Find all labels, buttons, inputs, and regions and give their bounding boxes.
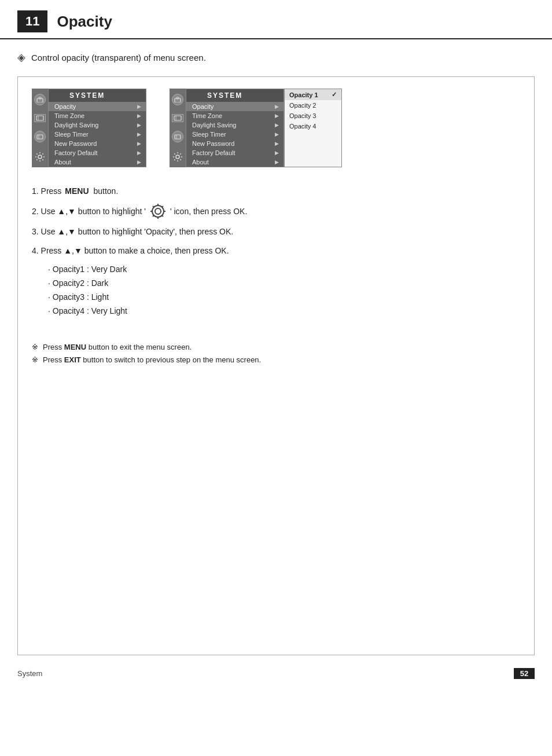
footer-notes: ※ Press MENU button to exit the menu scr… — [32, 335, 520, 366]
footer-note-1-text: Press MENU button to exit the menu scree… — [43, 341, 192, 354]
footer-note-1: ※ Press MENU button to exit the menu scr… — [32, 341, 520, 354]
intro-line: ◈ Control opacity (transparent) of menu … — [0, 51, 552, 64]
left-menu-item-factory: Factory Default▶ — [49, 148, 146, 157]
submenu-opacity2: Opacity 2 — [285, 100, 341, 111]
page-number: 52 — [514, 668, 535, 679]
instruction-1-bold: MENU — [65, 185, 89, 197]
svg-line-22 — [153, 215, 154, 216]
left-menu-header: SYSTEM — [49, 89, 146, 102]
page-footer: System 52 — [0, 662, 552, 684]
opacity1-subitem: · Opacity1 : Very Dark — [48, 263, 520, 277]
svg-rect-2 — [36, 116, 43, 120]
opacity4-subitem: · Opacity4 : Very Light — [48, 304, 520, 318]
svg-point-6 — [38, 155, 42, 159]
instruction-3: 3. Use ▲,▼ button to highlight 'Opacity'… — [32, 225, 520, 238]
right-side-icon-1 — [172, 94, 183, 105]
right-menu-item-password: New Password▶ — [186, 139, 284, 148]
right-menu-item-factory: Factory Default▶ — [186, 148, 284, 157]
instruction-1: 1. Press MENU button. — [32, 185, 520, 197]
left-menu-item-timezone: Time Zone▶ — [49, 111, 146, 120]
opacity2-subitem: · Opacity2 : Dark — [48, 277, 520, 291]
opacity-submenu: Opacity 1 ✓ Opacity 2 Opacity 3 Opacity … — [284, 89, 342, 167]
left-menu-item-about: About▶ — [49, 157, 146, 167]
right-menu-item-timezone: Time Zone▶ — [186, 111, 284, 120]
right-side-icon-3 — [172, 131, 183, 142]
content-box: SYSTEM Opacity▶ Time Zone▶ Daylight Savi… — [17, 76, 535, 655]
left-menu-item-opacity: Opacity▶ — [49, 102, 146, 111]
svg-line-20 — [153, 206, 154, 207]
svg-point-13 — [176, 155, 179, 159]
opacity3-subitem: · Opacity3 : Light — [48, 291, 520, 304]
right-side-icon-gear — [172, 151, 183, 163]
screenshots-row: SYSTEM Opacity▶ Time Zone▶ Daylight Savi… — [32, 89, 520, 167]
right-menu-screenshot: SYSTEM Opacity▶ Time Zone▶ Daylight Savi… — [170, 89, 342, 167]
left-menu-item-password: New Password▶ — [49, 139, 146, 148]
right-menu-item-about: About▶ — [186, 157, 284, 167]
left-menu-screenshot: SYSTEM Opacity▶ Time Zone▶ Daylight Savi… — [32, 89, 146, 167]
note-symbol-2: ※ — [32, 354, 38, 366]
submenu-opacity1: Opacity 1 ✓ — [285, 89, 341, 100]
left-system-menu: SYSTEM Opacity▶ Time Zone▶ Daylight Savi… — [48, 89, 146, 167]
right-system-menu: SYSTEM Opacity▶ Time Zone▶ Daylight Savi… — [186, 89, 284, 167]
side-icon-1 — [34, 94, 46, 105]
note-symbol-1: ※ — [32, 341, 38, 354]
svg-rect-4 — [37, 135, 43, 139]
side-icon-3 — [34, 131, 46, 142]
right-side-icons — [170, 89, 186, 167]
instruction-4-header: 4. Press ▲,▼ button to make a choice, th… — [32, 244, 520, 257]
left-menu-title: SYSTEM — [69, 91, 105, 100]
svg-rect-11 — [175, 135, 181, 139]
right-menu-item-sleep: Sleep Timer▶ — [186, 130, 284, 139]
submenu-opacity4: Opacity 4 — [285, 121, 341, 131]
svg-line-23 — [162, 206, 163, 207]
side-icon-gear — [34, 151, 46, 163]
instruction-3-text: 3. Use ▲,▼ button to highlight 'Opacity'… — [32, 225, 233, 238]
left-menu-item-sleep: Sleep Timer▶ — [49, 130, 146, 139]
left-menu-item-daylight: Daylight Saving▶ — [49, 120, 146, 130]
svg-line-21 — [162, 215, 163, 216]
submenu-opacity3: Opacity 3 — [285, 111, 341, 121]
right-menu-item-opacity: Opacity▶ — [186, 102, 284, 111]
chapter-title: Opacity — [57, 13, 112, 31]
instruction-2-text: 2. Use ▲,▼ button to highlight ' — [32, 205, 146, 218]
right-menu-title: SYSTEM — [207, 91, 242, 100]
left-side-icons — [32, 89, 48, 167]
instruction-1-suffix: button. — [91, 185, 119, 197]
page-header: 11 Opacity — [0, 0, 552, 39]
intro-text: Control opacity (transparent) of menu sc… — [31, 53, 206, 63]
right-menu-header: SYSTEM — [186, 89, 284, 102]
instruction-2: 2. Use ▲,▼ button to highlight ' ' icon,… — [32, 203, 520, 219]
svg-point-14 — [155, 208, 161, 214]
instruction-2-suffix: ' icon, then press OK. — [170, 205, 247, 218]
footer-note-2-text: Press EXIT button to switch to previous … — [43, 354, 261, 366]
gear-icon — [150, 203, 166, 219]
instructions: 1. Press MENU button. 2. Use ▲,▼ button … — [32, 185, 520, 318]
chapter-number: 11 — [17, 10, 47, 32]
side-icon-2 — [34, 114, 46, 122]
intro-icon: ◈ — [17, 51, 25, 64]
footer-label: System — [17, 669, 42, 678]
footer-note-2: ※ Press EXIT button to switch to previou… — [32, 354, 520, 366]
instruction-4-text: 4. Press ▲,▼ button to make a choice, th… — [32, 244, 229, 257]
right-side-icon-2 — [172, 114, 183, 122]
svg-rect-9 — [174, 116, 181, 120]
instruction-1-num: 1. Press — [32, 185, 61, 197]
right-menu-item-daylight: Daylight Saving▶ — [186, 120, 284, 130]
